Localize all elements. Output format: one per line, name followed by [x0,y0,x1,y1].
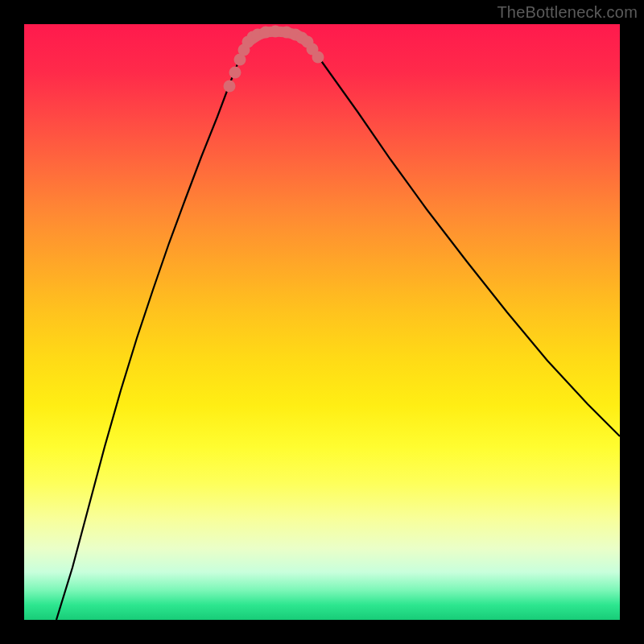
highlight-dot [224,80,236,93]
curve-right [308,42,620,436]
chart-frame: TheBottleneck.com [0,0,644,644]
highlight-markers [224,26,324,93]
highlight-dot [229,67,242,79]
highlight-dot [270,26,282,38]
curve-svg [24,24,620,620]
highlight-dot [312,52,324,64]
plot-area [24,24,620,620]
curve-left [56,42,248,620]
watermark-text: TheBottleneck.com [497,3,638,22]
